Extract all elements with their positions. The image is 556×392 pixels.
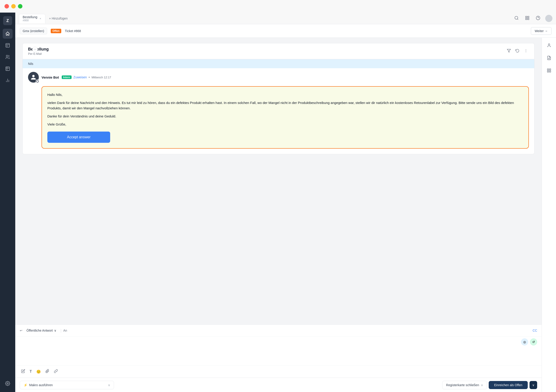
avatar-person-icon [31, 74, 36, 80]
more-action[interactable] [523, 48, 529, 55]
sidebar-item-reports[interactable] [3, 64, 13, 74]
submit-button[interactable]: Einreichen als Offen [489, 381, 528, 389]
reply-type-button[interactable]: Öffentliche Antwort ∨ [24, 327, 59, 334]
svg-rect-6 [528, 16, 529, 17]
svg-rect-18 [547, 69, 548, 70]
svg-point-12 [526, 51, 526, 51]
recipient-banner: Nils [23, 59, 534, 68]
reply-header: ↩ Öffentliche Antwort ∨ | An CC [15, 325, 542, 337]
svg-rect-19 [549, 69, 551, 70]
search-button[interactable] [513, 14, 520, 23]
search-icon [514, 16, 519, 20]
svg-rect-5 [526, 16, 527, 17]
attachment-icon[interactable] [44, 368, 51, 375]
message-meta: Vennie Bot Intern Zuweisen • Mittwoch 12… [41, 75, 111, 79]
tab-title: Bestellung [23, 15, 37, 19]
edit-format-icon [21, 369, 25, 373]
svg-rect-8 [528, 18, 529, 20]
ai-icon-2[interactable]: ↺ [530, 338, 537, 345]
weiter-button[interactable]: Weiter → [531, 27, 551, 35]
reply-type-label: Öffentliche Antwort [26, 329, 53, 332]
tab-subtitle: #868 [23, 19, 37, 22]
bottom-right-actions: Registerkarte schließen ∨ Einreichen als… [442, 381, 537, 389]
apps-icon[interactable] [545, 66, 553, 75]
user-avatar[interactable] [545, 15, 552, 22]
submit-label: Einreichen als Offen [494, 383, 522, 387]
svg-point-11 [526, 49, 526, 50]
add-tab-button[interactable]: + Hinzufügen [46, 15, 70, 22]
right-panel [542, 38, 556, 392]
reply-body[interactable] [15, 347, 542, 365]
reply-back-icon: ↩ [20, 329, 23, 332]
contact-icon[interactable] [545, 41, 553, 50]
weiter-label: Weiter → [535, 29, 548, 33]
makro-label: Makro ausführen [29, 383, 53, 387]
accept-answer-button[interactable]: Accept answer [47, 132, 110, 143]
message-time: Mittwoch 12:17 [92, 76, 111, 79]
emoji-icon[interactable]: 🙂 [35, 368, 42, 375]
help-button[interactable] [534, 14, 542, 23]
svg-rect-0 [6, 44, 10, 47]
svg-point-3 [7, 383, 8, 384]
avatar-badge [36, 79, 39, 83]
collapse-panel-button[interactable]: › [32, 47, 38, 52]
add-tab-label: + Hinzufügen [49, 17, 68, 20]
svg-point-4 [515, 16, 518, 19]
assign-link[interactable]: Zuweisen [73, 75, 87, 79]
svg-point-15 [548, 44, 550, 45]
ticket-channel: Per E-Mail [28, 52, 49, 55]
svg-rect-21 [549, 71, 551, 72]
ticket-tab[interactable]: Bestellung #868 × [19, 14, 45, 23]
sender-name: Vennie Bot [41, 75, 59, 79]
message-body: vielen Dank für deine Nachricht und den … [47, 100, 523, 111]
logo-icon: Z [7, 18, 9, 23]
format-icon[interactable] [20, 368, 26, 375]
conversation-area: Bestellung Per E-Mail [15, 38, 542, 324]
sidebar-item-settings[interactable] [3, 378, 13, 388]
notes-icon[interactable] [545, 54, 553, 63]
registerkarte-button[interactable]: Registerkarte schließen ∨ [442, 381, 487, 389]
app-logo: Z [3, 16, 12, 25]
reply-to-label: An [63, 329, 67, 332]
sidebar-item-inbox[interactable] [3, 40, 13, 50]
svg-rect-20 [547, 71, 548, 72]
clock-icon [37, 80, 38, 82]
sidebar-item-home[interactable] [3, 29, 13, 39]
notes-panel-icon [547, 56, 551, 60]
filter-icon [507, 49, 511, 53]
submit-chevron-button[interactable]: ∨ [530, 381, 537, 389]
ai-icon-1[interactable]: ◎ [521, 338, 528, 345]
ticket-actions [506, 48, 529, 55]
more-icon [524, 49, 528, 53]
registerkarte-label: Registerkarte schließen [446, 383, 479, 387]
window-controls [5, 4, 23, 8]
message-greeting: Hallo Nils, [47, 92, 523, 97]
message-thanks: Danke für dein Verständnis und deine Ged… [47, 114, 523, 119]
settings-icon [5, 381, 10, 386]
grid-button[interactable] [524, 14, 531, 23]
history-icon [515, 49, 519, 53]
makro-button[interactable]: ⚡ Makro ausführen ∨ [20, 381, 114, 389]
makro-chevron-icon: ∨ [108, 383, 110, 387]
history-action[interactable] [515, 48, 520, 55]
sidebar-item-analytics[interactable] [3, 75, 13, 85]
registerkarte-chevron: ∨ [481, 383, 483, 387]
close-window-dot[interactable] [5, 4, 9, 8]
maximize-window-dot[interactable] [18, 4, 23, 8]
message-header: Vennie Bot Intern Zuweisen • Mittwoch 12… [28, 72, 529, 83]
link-icon[interactable] [53, 368, 59, 375]
reply-type-chevron: ∨ [54, 329, 56, 332]
bottom-bar: ⚡ Makro ausführen ∨ Registerkarte schlie… [15, 378, 542, 392]
minimize-window-dot[interactable] [11, 4, 16, 8]
text-format-icon[interactable]: T [28, 368, 33, 375]
svg-rect-7 [526, 18, 527, 20]
inbox-icon [5, 43, 10, 48]
header-actions [513, 14, 552, 23]
sidebar-item-users[interactable] [3, 52, 13, 62]
message-closing: Viele Grüße, [47, 122, 523, 127]
ticket-source: Gmx (erstellen) [20, 28, 47, 34]
tab-close-button[interactable]: × [39, 17, 41, 21]
filter-action[interactable] [506, 48, 512, 55]
lightning-icon: ⚡ [23, 383, 27, 387]
reply-cc-button[interactable]: CC [533, 329, 537, 332]
